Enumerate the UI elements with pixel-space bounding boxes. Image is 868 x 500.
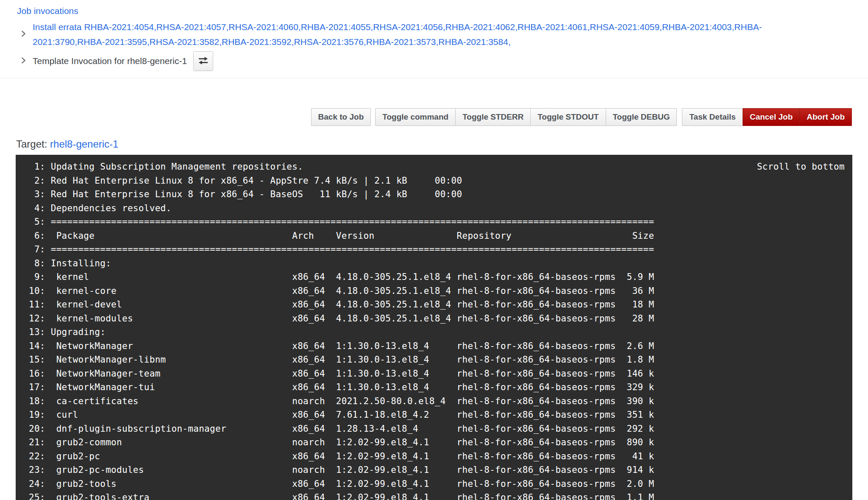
section-divider (0, 78, 868, 78)
terminal-line: 21: grub2-common noarch 1:2.02-99.el8_4.… (23, 436, 845, 450)
back-to-job-button[interactable]: Back to Job (311, 108, 371, 126)
terminal-line: 25: grub2-tools-extra x86_64 1:2.02-99.e… (23, 491, 845, 500)
terminal-line: 18: ca-certificates noarch 2021.2.50-80.… (23, 394, 845, 408)
terminal-line: 19: curl x86_64 7.61.1-18.el8_4.2 rhel-8… (23, 408, 845, 422)
terminal-line: 1: Updating Subscription Management repo… (23, 160, 845, 174)
toggle-debug-button[interactable]: Toggle DEBUG (606, 108, 677, 126)
target-label: Target: (16, 138, 47, 150)
breadcrumb-job-invocations-link[interactable]: Job invocations (17, 6, 78, 16)
terminal-line: 2: Red Hat Enterprise Linux 8 for x86_64… (23, 174, 845, 188)
toggle-stderr-button[interactable]: Toggle STDERR (455, 108, 531, 126)
terminal-line: 17: NetworkManager-tui x86_64 1:1.30.0-1… (23, 380, 845, 394)
breadcrumb: Job invocations (0, 0, 868, 17)
target-host-link[interactable]: rhel8-generic-1 (50, 138, 118, 150)
scroll-to-bottom-link[interactable]: Scroll to bottom (757, 160, 845, 174)
job-toolbar: Back to Job Toggle command Toggle STDERR… (0, 108, 868, 126)
abort-job-button[interactable]: Abort Job (799, 108, 852, 126)
terminal-line: 11: kernel-devel x86_64 4.18.0-305.25.1.… (23, 298, 845, 312)
template-invocation-expand-toggle[interactable] (20, 57, 27, 65)
terminal-line: 3: Red Hat Enterprise Linux 8 for x86_64… (23, 187, 845, 201)
toggle-stdout-button[interactable]: Toggle STDOUT (530, 108, 606, 126)
template-invocation-row: Template Invocation for rhel8-generic-1 (0, 51, 868, 71)
terminal-line: 23: grub2-pc-modules noarch 1:2.02-99.el… (23, 463, 845, 477)
swap-invocation-button[interactable] (193, 51, 213, 71)
terminal-line: 12: kernel-modules x86_64 4.18.0-305.25.… (23, 312, 845, 326)
errata-invocation-row: Install errata RHBA-2021:4054,RHSA-2021:… (0, 20, 868, 49)
target-line: Target: rhel8-generic-1 (16, 138, 868, 151)
terminal-line: 7: =====================================… (23, 243, 845, 257)
terminal-line: 24: grub2-tools x86_64 1:2.02-99.el8_4.1… (23, 477, 845, 491)
terminal-lines: 1: Updating Subscription Management repo… (23, 160, 845, 500)
cancel-job-button[interactable]: Cancel Job (743, 108, 800, 126)
terminal-line: 5: =====================================… (23, 215, 845, 229)
swap-arrows-icon (198, 56, 209, 66)
errata-invocation-link[interactable]: Install errata RHBA-2021:4054,RHSA-2021:… (33, 20, 796, 49)
terminal-line: 20: dnf-plugin-subscription-manager x86_… (23, 422, 845, 436)
job-output-terminal: Scroll to bottom 1: Updating Subscriptio… (16, 155, 852, 500)
terminal-line: 8: Installing: (23, 257, 845, 271)
terminal-line: 16: NetworkManager-team x86_64 1:1.30.0-… (23, 367, 845, 381)
terminal-line: 15: NetworkManager-libnm x86_64 1:1.30.0… (23, 353, 845, 367)
template-invocation-label: Template Invocation for rhel8-generic-1 (33, 56, 187, 66)
terminal-line: 13: Upgrading: (23, 325, 845, 339)
terminal-line: 10: kernel-core x86_64 4.18.0-305.25.1.e… (23, 284, 845, 298)
terminal-line: 22: grub2-pc x86_64 1:2.02-99.el8_4.1 rh… (23, 450, 845, 464)
chevron-right-icon (20, 30, 27, 39)
terminal-line: 6: Package Arch Version Repository Size (23, 229, 845, 243)
task-details-button[interactable]: Task Details (682, 108, 743, 126)
terminal-line: 9: kernel x86_64 4.18.0-305.25.1.el8_4 r… (23, 270, 845, 284)
toggle-command-button[interactable]: Toggle command (375, 108, 456, 126)
chevron-right-icon (20, 57, 27, 65)
terminal-line: 14: NetworkManager x86_64 1:1.30.0-13.el… (23, 339, 845, 353)
terminal-line: 4: Dependencies resolved. (23, 201, 845, 215)
errata-expand-toggle[interactable] (20, 30, 27, 39)
